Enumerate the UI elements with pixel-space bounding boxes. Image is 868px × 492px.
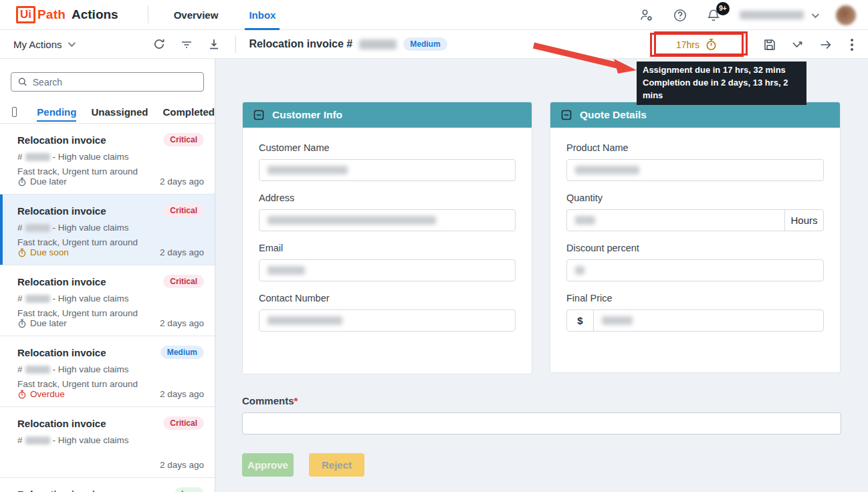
invoice-number-redacted <box>25 437 50 445</box>
contact-number-input[interactable] <box>259 310 516 332</box>
field-product-name: Product Name <box>566 142 824 181</box>
list-item[interactable]: Relocation invoice Critical # - High val… <box>0 265 215 336</box>
redacted-value <box>267 266 305 275</box>
tab-completed[interactable]: Completed <box>162 106 215 118</box>
customer-info-header[interactable]: Customer Info <box>243 102 532 128</box>
more-options-icon[interactable] <box>847 37 857 52</box>
list-item[interactable]: Relocation invoice Critical # - High val… <box>0 407 215 478</box>
card-tagline: Fast track, Urgent turn around <box>17 308 204 318</box>
address-input[interactable] <box>259 209 516 231</box>
due-tooltip: Assignment due in 17 hrs, 32 mins Comple… <box>637 62 806 105</box>
action-detail-panel: Customer Info Customer Name Address Emai… <box>215 59 868 492</box>
invoice-number-redacted <box>359 39 397 49</box>
user-settings-icon[interactable] <box>639 8 654 23</box>
action-list: Relocation invoice Critical # - High val… <box>0 123 215 492</box>
field-quantity: Quantity Hours <box>566 193 824 231</box>
priority-badge: Medium <box>403 37 447 51</box>
field-label: Contact Number <box>259 293 516 303</box>
stopwatch-icon <box>17 177 27 187</box>
stopwatch-icon <box>705 38 718 51</box>
collapse-icon[interactable] <box>253 110 264 120</box>
search-box[interactable] <box>11 72 204 92</box>
tab-overview[interactable]: Overview <box>174 0 219 30</box>
header-divider <box>148 6 148 23</box>
customer-name-input[interactable] <box>259 159 516 181</box>
list-toolbar-icons <box>152 37 221 51</box>
list-item-selected[interactable]: Relocation invoice Critical # - High val… <box>0 195 215 265</box>
due-status: Due later <box>17 176 67 187</box>
refresh-icon[interactable] <box>152 37 166 51</box>
card-timestamp: 2 days ago <box>160 460 204 470</box>
download-icon[interactable] <box>207 37 221 51</box>
currency-symbol: $ <box>567 310 594 331</box>
user-menu[interactable] <box>740 11 817 19</box>
final-price-input[interactable]: $ <box>566 310 824 332</box>
list-item[interactable]: Relocation invoice Medium # - High value… <box>0 336 215 407</box>
collapse-icon[interactable] <box>561 110 572 120</box>
comments-field[interactable] <box>242 412 841 435</box>
redacted-value <box>267 166 348 174</box>
quote-details-header[interactable]: Quote Details <box>550 102 840 128</box>
avatar[interactable] <box>836 5 856 25</box>
redacted-value <box>575 166 639 174</box>
field-label: Email <box>259 243 516 253</box>
reject-button[interactable]: Reject <box>309 453 364 477</box>
action-title-area: Relocation invoice # Medium <box>249 37 447 51</box>
email-input[interactable] <box>259 259 516 281</box>
tab-unassigned[interactable]: Unassigned <box>91 106 148 118</box>
stopwatch-icon <box>17 248 27 257</box>
card-subtitle: # - High value claims <box>17 223 204 233</box>
card-title: Relocation invoice <box>17 134 106 146</box>
filter-icon[interactable] <box>180 37 193 51</box>
list-item[interactable]: Relocation invoice Critical # - High val… <box>0 124 215 195</box>
card-subtitle: # - High value claims <box>17 293 204 303</box>
redacted-value <box>267 316 342 325</box>
redacted-value <box>602 316 633 325</box>
priority-badge: Critical <box>163 133 204 146</box>
uipath-logo-ui: Ui <box>16 6 35 23</box>
notification-count-badge: 9+ <box>716 2 730 15</box>
uipath-logo-path: Path <box>37 7 66 22</box>
search-icon <box>18 77 27 87</box>
field-customer-name: Customer Name <box>259 142 516 181</box>
invoice-number-redacted <box>25 366 50 374</box>
field-label: Discount percent <box>566 243 824 253</box>
card-timestamp: 2 days ago <box>160 318 204 328</box>
card-tagline: Fast track, Urgent turn around <box>17 166 204 176</box>
field-label: Product Name <box>566 142 824 153</box>
help-icon[interactable] <box>673 8 687 23</box>
priority-badge: Critical <box>163 416 204 430</box>
notifications-bell-icon[interactable]: 9+ <box>706 8 721 23</box>
list-item[interactable]: Relocation invoice Low <box>0 478 215 492</box>
product-name-input[interactable] <box>566 159 824 181</box>
required-marker: * <box>294 395 298 406</box>
quantity-input[interactable]: Hours <box>566 209 824 231</box>
action-toolbar-right: 17hrs <box>650 30 868 59</box>
invoice-number-redacted <box>25 295 50 303</box>
discount-percent-input[interactable] <box>566 259 824 281</box>
tooltip-line-2: Completion due in 2 days, 13 hrs, 2 mins <box>643 76 800 102</box>
field-label: Address <box>259 193 516 203</box>
tab-pending[interactable]: Pending <box>37 106 76 118</box>
tab-inbox[interactable]: Inbox <box>249 0 276 30</box>
priority-badge: Low <box>175 487 204 492</box>
panel-title: Customer Info <box>272 109 342 121</box>
card-subtitle: # - High value claims <box>17 152 204 162</box>
comments-input[interactable] <box>243 413 841 434</box>
approve-button[interactable]: Approve <box>242 453 294 477</box>
field-discount-percent: Discount percent <box>566 243 824 281</box>
save-icon[interactable] <box>762 37 777 52</box>
reassign-icon[interactable] <box>790 37 805 52</box>
sla-timer[interactable]: 17hrs <box>650 33 744 57</box>
card-timestamp: 2 days ago <box>160 176 204 187</box>
tooltip-line-1: Assignment due in 17 hrs, 32 mins <box>643 64 800 76</box>
sla-time-label: 17hrs <box>676 39 699 50</box>
my-actions-label: My Actions <box>13 39 62 50</box>
my-actions-dropdown[interactable]: My Actions <box>0 39 74 50</box>
select-all-checkbox[interactable] <box>12 107 17 117</box>
field-label: Quantity <box>566 193 824 203</box>
search-input[interactable] <box>33 77 197 88</box>
card-timestamp: 2 days ago <box>160 247 204 257</box>
priority-badge: Critical <box>163 204 204 217</box>
forward-arrow-icon[interactable] <box>819 37 833 52</box>
